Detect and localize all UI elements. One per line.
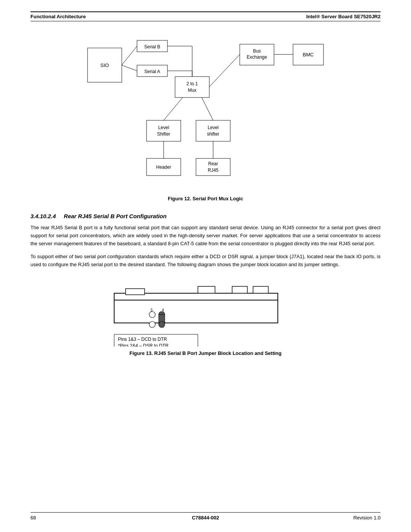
- svg-text:BMC: BMC: [303, 52, 314, 58]
- svg-line-33: [164, 97, 183, 120]
- svg-line-26: [122, 65, 137, 71]
- svg-point-47: [149, 312, 155, 318]
- svg-rect-11: [175, 77, 209, 97]
- svg-text:Level: Level: [158, 125, 169, 130]
- svg-rect-41: [253, 286, 268, 293]
- page: Functional Architecture Intel® Server Bo…: [0, 0, 411, 532]
- jumper-diagram: 3 1 4 2 Pins 1&3 – DCD to DTR *Pins 2&4 …: [30, 282, 381, 364]
- body-paragraph-2: To support either of two serial port con…: [30, 253, 381, 269]
- page-number: 68: [30, 515, 61, 521]
- body-paragraph-1: The rear RJ45 Serial B port is a fully f…: [30, 224, 381, 248]
- svg-text:2 to 1: 2 to 1: [186, 81, 198, 86]
- svg-point-48: [149, 321, 155, 328]
- diagram-svg: SIO Serial B Serial A Bus Exchange BMC 2…: [76, 29, 335, 193]
- svg-text:Level: Level: [208, 125, 219, 130]
- svg-point-51: [159, 321, 165, 328]
- section-title: Rear RJ45 Serial B Port Configuration: [64, 213, 167, 219]
- figure13-caption: Figure 13. RJ45 Serial B Port Jumper Blo…: [129, 350, 281, 356]
- jumper-svg: 3 1 4 2 Pins 1&3 – DCD to DTR *Pins 2&4 …: [91, 282, 320, 347]
- header-left: Functional Architecture: [30, 14, 86, 19]
- svg-text:Serial B: Serial B: [144, 44, 160, 50]
- svg-text:Pins 1&3 – DCD to DTR: Pins 1&3 – DCD to DTR: [118, 337, 167, 342]
- diagram-area: SIO Serial B Serial A Bus Exchange BMC 2…: [30, 29, 381, 209]
- svg-text:RJ45: RJ45: [208, 168, 218, 173]
- svg-text:*Pins 2&4 – DSR to DTR: *Pins 2&4 – DSR to DTR: [118, 343, 169, 347]
- svg-text:shifter: shifter: [207, 131, 220, 137]
- revision: Revision 1.0: [350, 515, 381, 521]
- doc-number: C78844-002: [61, 515, 350, 521]
- svg-rect-39: [198, 286, 215, 293]
- svg-rect-42: [114, 300, 278, 323]
- svg-text:Exchange: Exchange: [247, 54, 267, 60]
- svg-text:Serial A: Serial A: [144, 69, 160, 74]
- svg-text:Header: Header: [156, 165, 171, 170]
- section-number: 3.4.10.2.4: [30, 213, 56, 219]
- svg-line-25: [122, 46, 137, 65]
- section-heading: 3.4.10.2.4 Rear RJ45 Serial B Port Confi…: [30, 213, 381, 219]
- svg-line-32: [209, 54, 240, 87]
- svg-rect-38: [126, 289, 145, 295]
- svg-text:Mux: Mux: [188, 88, 197, 93]
- jumper-svg-container: 3 1 4 2 Pins 1&3 – DCD to DTR *Pins 2&4 …: [91, 282, 320, 347]
- svg-line-34: [202, 97, 213, 120]
- serial-port-diagram: SIO Serial B Serial A Bus Exchange BMC 2…: [76, 29, 335, 193]
- page-header: Functional Architecture Intel® Server Bo…: [30, 11, 381, 21]
- svg-rect-14: [147, 120, 181, 141]
- svg-rect-40: [232, 286, 247, 293]
- figure12-caption: Figure 12. Serial Port Mux Logic: [168, 196, 243, 201]
- svg-text:Rear: Rear: [208, 161, 218, 166]
- svg-rect-17: [196, 120, 230, 141]
- svg-text:Bus: Bus: [253, 48, 261, 54]
- svg-text:SIO: SIO: [100, 62, 109, 68]
- page-footer: 68 C78844-002 Revision 1.0: [30, 512, 381, 521]
- header-right: Intel® Server Board SE7520JR2: [306, 14, 381, 19]
- svg-text:Shifter: Shifter: [157, 131, 170, 137]
